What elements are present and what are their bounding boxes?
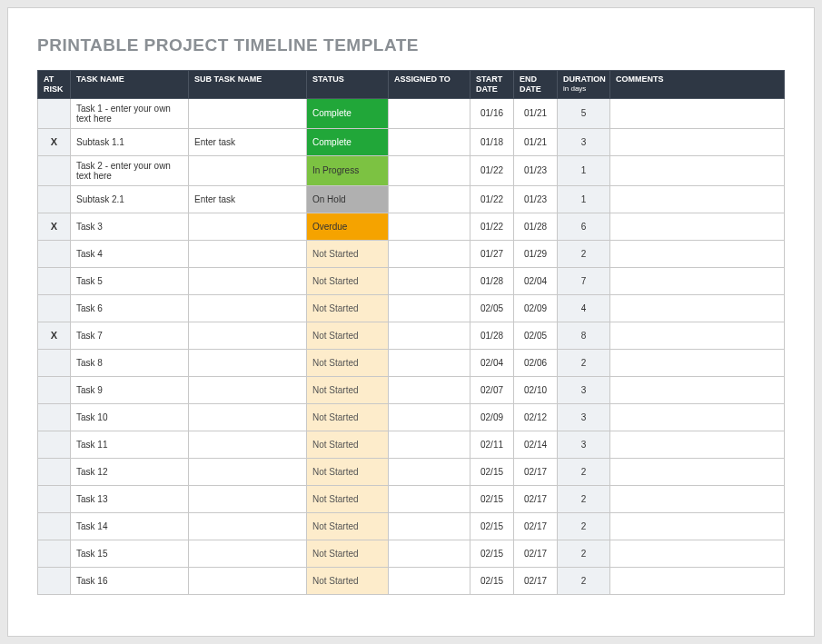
start-date-cell: 01/22: [470, 213, 514, 240]
subtask-name-cell: Enter task: [189, 185, 307, 213]
subtask-name-cell: [189, 98, 307, 128]
status-badge: Not Started: [307, 459, 388, 485]
start-date-cell: 02/04: [470, 349, 514, 376]
end-date-cell: 02/17: [514, 540, 558, 567]
duration-cell: 2: [558, 240, 610, 267]
page-title: PRINTABLE PROJECT TIMELINE TEMPLATE: [37, 35, 785, 55]
assigned-cell: [389, 349, 470, 376]
task-name-cell: Task 6: [71, 294, 189, 322]
status-badge: Overdue: [307, 213, 388, 240]
task-name-cell: Task 4: [71, 240, 189, 267]
subtask-name-cell: [189, 322, 307, 349]
risk-cell: X: [38, 213, 71, 240]
end-date-cell: 02/17: [514, 485, 558, 512]
status-cell: Overdue: [307, 213, 389, 240]
table-row: Task 6Not Started02/0502/094: [38, 294, 785, 322]
duration-cell: 7: [558, 267, 610, 294]
risk-cell: [38, 294, 71, 322]
duration-cell: 3: [558, 431, 610, 458]
start-date-cell: 01/18: [470, 128, 514, 155]
status-badge: Not Started: [307, 568, 388, 594]
start-date-cell: 02/05: [470, 294, 514, 322]
task-name-cell: Task 7: [71, 322, 189, 349]
status-cell: Not Started: [307, 540, 389, 567]
duration-cell: 6: [558, 213, 610, 240]
risk-cell: [38, 240, 71, 267]
comments-cell: [610, 185, 785, 213]
table-row: Task 13Not Started02/1502/172: [38, 485, 785, 512]
start-date-cell: 02/15: [470, 512, 514, 540]
subtask-name-cell: [189, 267, 307, 294]
start-date-cell: 01/22: [470, 185, 514, 213]
task-name-cell: Task 10: [71, 403, 189, 431]
risk-cell: X: [38, 128, 71, 155]
risk-cell: [38, 540, 71, 567]
task-name-cell: Task 13: [71, 485, 189, 512]
status-cell: Not Started: [307, 485, 389, 512]
risk-cell: [38, 376, 71, 403]
start-date-cell: 01/16: [470, 98, 514, 128]
assigned-cell: [389, 485, 470, 512]
risk-cell: [38, 431, 71, 458]
table-row: XTask 3Overdue01/2201/286: [38, 213, 785, 240]
subtask-name-cell: [189, 458, 307, 485]
comments-cell: [610, 240, 785, 267]
table-row: Task 14Not Started02/1502/172: [38, 512, 785, 540]
end-date-cell: 01/23: [514, 185, 558, 213]
task-name-cell: Task 2 - enter your own text here: [71, 155, 189, 185]
risk-cell: [38, 267, 71, 294]
assigned-cell: [389, 540, 470, 567]
end-date-cell: 02/06: [514, 349, 558, 376]
subtask-name-cell: [189, 155, 307, 185]
end-date-cell: 02/17: [514, 458, 558, 485]
risk-cell: [38, 349, 71, 376]
subtask-name-cell: [189, 485, 307, 512]
status-badge: Not Started: [307, 513, 388, 540]
table-row: Task 2 - enter your own text hereIn Prog…: [38, 155, 785, 185]
assigned-cell: [389, 267, 470, 294]
status-cell: Not Started: [307, 322, 389, 349]
header-start: START DATE: [470, 71, 514, 99]
header-assigned: ASSIGNED TO: [389, 71, 470, 99]
duration-cell: 5: [558, 98, 610, 128]
status-cell: Not Started: [307, 376, 389, 403]
table-row: Task 16Not Started02/1502/172: [38, 567, 785, 594]
assigned-cell: [389, 512, 470, 540]
comments-cell: [610, 98, 785, 128]
status-cell: Not Started: [307, 240, 389, 267]
risk-cell: [38, 185, 71, 213]
duration-cell: 3: [558, 128, 610, 155]
status-cell: Complete: [307, 128, 389, 155]
subtask-name-cell: [189, 376, 307, 403]
task-name-cell: Task 12: [71, 458, 189, 485]
table-row: Task 15Not Started02/1502/172: [38, 540, 785, 567]
status-cell: Not Started: [307, 349, 389, 376]
task-name-cell: Task 15: [71, 540, 189, 567]
start-date-cell: 01/28: [470, 322, 514, 349]
table-row: Task 9Not Started02/0702/103: [38, 376, 785, 403]
table-row: XTask 7Not Started01/2802/058: [38, 322, 785, 349]
header-row: AT RISK TASK NAME SUB TASK NAME STATUS A…: [38, 71, 785, 99]
table-row: Task 12Not Started02/1502/172: [38, 458, 785, 485]
subtask-name-cell: [189, 512, 307, 540]
duration-cell: 1: [558, 185, 610, 213]
comments-cell: [610, 512, 785, 540]
subtask-name-cell: [189, 349, 307, 376]
subtask-name-cell: [189, 567, 307, 594]
end-date-cell: 02/09: [514, 294, 558, 322]
duration-cell: 2: [558, 540, 610, 567]
end-date-cell: 02/05: [514, 322, 558, 349]
duration-cell: 2: [558, 458, 610, 485]
start-date-cell: 02/15: [470, 540, 514, 567]
task-name-cell: Subtask 1.1: [71, 128, 189, 155]
comments-cell: [610, 403, 785, 431]
duration-cell: 2: [558, 567, 610, 594]
timeline-table: AT RISK TASK NAME SUB TASK NAME STATUS A…: [37, 70, 785, 595]
status-badge: Not Started: [307, 540, 388, 567]
status-badge: Not Started: [307, 486, 388, 512]
risk-cell: [38, 403, 71, 431]
assigned-cell: [389, 322, 470, 349]
start-date-cell: 02/15: [470, 485, 514, 512]
assigned-cell: [389, 294, 470, 322]
header-status: STATUS: [307, 71, 389, 99]
